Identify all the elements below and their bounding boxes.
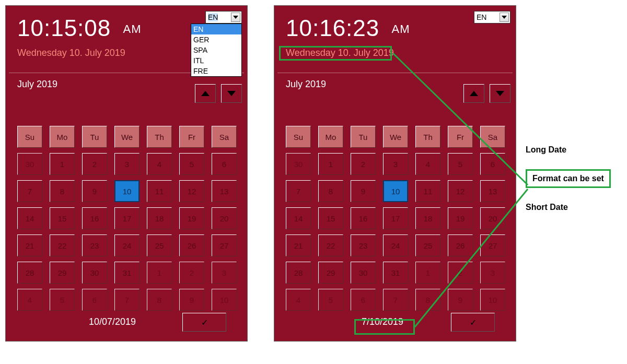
calendar-day[interactable]: 1 — [415, 262, 440, 284]
calendar-day[interactable]: 21 — [286, 234, 311, 256]
calendar-day[interactable]: 30 — [286, 153, 311, 175]
calendar-day[interactable]: 18 — [147, 207, 172, 229]
calendar-day[interactable]: 6 — [82, 289, 107, 311]
calendar-day[interactable]: 4 — [286, 289, 311, 311]
calendar-day[interactable]: 22 — [50, 234, 75, 256]
calendar-day-today[interactable]: 10 — [383, 180, 408, 202]
language-select[interactable]: EN — [474, 11, 510, 24]
calendar-day[interactable]: 25 — [415, 234, 440, 256]
calendar-day[interactable]: 7 — [114, 289, 140, 311]
calendar-day[interactable]: 27 — [212, 234, 237, 256]
calendar-day[interactable]: 12 — [448, 180, 473, 202]
language-option[interactable]: GER — [191, 34, 241, 45]
calendar-day[interactable]: 28 — [286, 262, 311, 284]
day-header: Mo — [50, 126, 75, 148]
calendar-day[interactable]: 29 — [50, 262, 75, 284]
calendar-day[interactable]: 28 — [17, 262, 42, 284]
calendar-day[interactable]: 26 — [448, 234, 473, 256]
calendar-day[interactable]: 17 — [383, 207, 408, 229]
calendar-day[interactable]: 10 — [212, 289, 237, 311]
calendar-day[interactable]: 19 — [448, 207, 473, 229]
calendar-day[interactable]: 4 — [415, 153, 440, 175]
calendar-day[interactable]: 23 — [82, 234, 107, 256]
calendar-day[interactable]: 3 — [383, 153, 408, 175]
calendar-day[interactable]: 7 — [286, 180, 311, 202]
calendar-day[interactable]: 29 — [318, 262, 343, 284]
calendar-day[interactable]: 16 — [82, 207, 107, 229]
calendar-day[interactable]: 4 — [17, 289, 42, 311]
calendar-day[interactable]: 2 — [179, 262, 204, 284]
calendar-day[interactable]: 30 — [82, 262, 107, 284]
calendar-day[interactable]: 11 — [415, 180, 440, 202]
month-label: July 2019 — [286, 79, 326, 90]
calendar-day[interactable]: 3 — [114, 153, 140, 175]
language-select[interactable]: EN — [205, 11, 242, 24]
calendar-day[interactable]: 9 — [351, 180, 376, 202]
calendar-day[interactable]: 17 — [114, 207, 140, 229]
calendar-day[interactable]: 7 — [383, 289, 408, 311]
calendar-day[interactable]: 24 — [114, 234, 140, 256]
calendar-day[interactable]: 3 — [480, 262, 505, 284]
calendar-day[interactable]: 31 — [383, 262, 408, 284]
calendar-day[interactable]: 6 — [480, 153, 505, 175]
calendar-day[interactable]: 8 — [147, 289, 172, 311]
calendar-day[interactable]: 14 — [286, 207, 311, 229]
calendar-day[interactable]: 12 — [179, 180, 204, 202]
month-next-button[interactable] — [490, 84, 510, 103]
calendar-day[interactable]: 3 — [212, 262, 237, 284]
calendar-day[interactable]: 11 — [147, 180, 172, 202]
calendar-day[interactable]: 8 — [318, 180, 343, 202]
calendar-day[interactable]: 25 — [147, 234, 172, 256]
calendar-day[interactable]: 18 — [415, 207, 440, 229]
calendar-day[interactable]: 1 — [147, 262, 172, 284]
calendar-day[interactable]: 9 — [448, 289, 473, 311]
calendar-day[interactable]: 5 — [448, 153, 473, 175]
calendar-day[interactable]: 20 — [480, 207, 505, 229]
calendar-day[interactable]: 5 — [318, 289, 343, 311]
calendar-day[interactable]: 8 — [415, 289, 440, 311]
calendar-day[interactable]: 23 — [351, 234, 376, 256]
language-option[interactable]: EN — [191, 24, 241, 34]
calendar-day[interactable]: 13 — [212, 180, 237, 202]
calendar-day[interactable]: 1 — [50, 153, 75, 175]
calendar-day[interactable]: 5 — [179, 153, 204, 175]
confirm-button[interactable] — [182, 313, 226, 332]
calendar-day[interactable]: 13 — [480, 180, 505, 202]
calendar-day[interactable]: 21 — [17, 234, 42, 256]
calendar-day[interactable]: 9 — [82, 180, 107, 202]
calendar-day[interactable]: 20 — [212, 207, 237, 229]
month-prev-button[interactable] — [195, 84, 216, 103]
calendar-day[interactable]: 15 — [318, 207, 343, 229]
calendar-day[interactable]: 14 — [17, 207, 42, 229]
calendar-day[interactable]: 10 — [480, 289, 505, 311]
language-option[interactable]: ITL — [191, 55, 241, 66]
confirm-button[interactable] — [451, 313, 495, 332]
calendar-day[interactable]: 22 — [318, 234, 343, 256]
calendar-day[interactable]: 1 — [318, 153, 343, 175]
calendar-day[interactable]: 30 — [17, 153, 42, 175]
calendar-day[interactable]: 15 — [50, 207, 75, 229]
calendar-day[interactable]: 31 — [114, 262, 140, 284]
language-option[interactable]: FRE — [191, 66, 241, 76]
calendar-day[interactable]: 16 — [351, 207, 376, 229]
calendar-day-today[interactable]: 10 — [114, 180, 140, 202]
calendar-day[interactable]: 7 — [17, 180, 42, 202]
calendar-day[interactable]: 6 — [351, 289, 376, 311]
calendar-day[interactable]: 5 — [50, 289, 75, 311]
month-prev-button[interactable] — [463, 84, 484, 103]
month-next-button[interactable] — [221, 84, 242, 103]
language-dropdown[interactable]: ENGERSPAITLFRE — [191, 24, 242, 77]
calendar-day[interactable]: 2 — [82, 153, 107, 175]
calendar-day[interactable]: 19 — [179, 207, 204, 229]
language-option[interactable]: SPA — [191, 45, 241, 55]
calendar-day[interactable]: 26 — [179, 234, 204, 256]
calendar-day[interactable]: 2 — [351, 153, 376, 175]
calendar-day[interactable]: 2 — [448, 262, 473, 284]
calendar-day[interactable]: 8 — [50, 180, 75, 202]
calendar-day[interactable]: 6 — [212, 153, 237, 175]
calendar-day[interactable]: 24 — [383, 234, 408, 256]
calendar-day[interactable]: 4 — [147, 153, 172, 175]
calendar-day[interactable]: 9 — [179, 289, 204, 311]
calendar-day[interactable]: 27 — [480, 234, 505, 256]
calendar-day[interactable]: 30 — [351, 262, 376, 284]
